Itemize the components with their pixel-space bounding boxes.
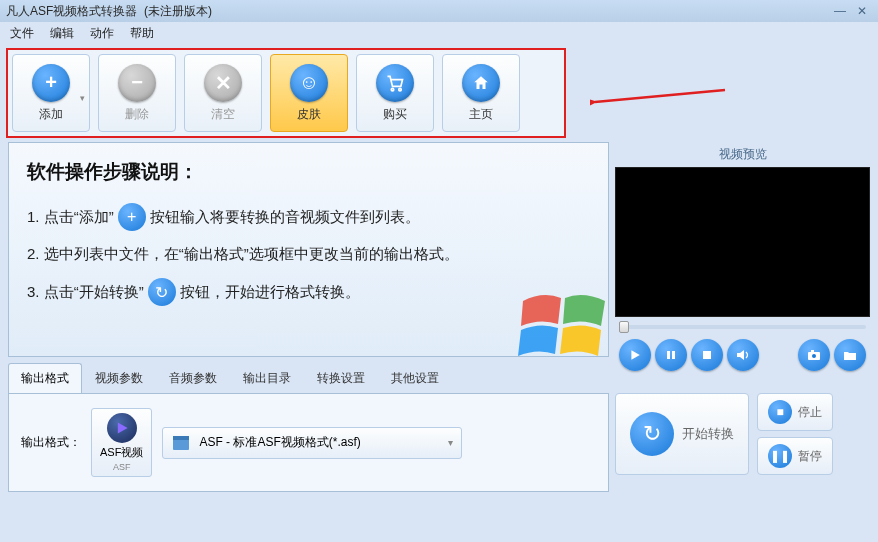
tab-convert-settings[interactable]: 转换设置 — [304, 363, 378, 393]
pause-button[interactable] — [655, 339, 687, 371]
plus-icon: + — [118, 203, 146, 231]
svg-rect-10 — [703, 351, 711, 359]
delete-button[interactable]: − 删除 — [98, 54, 176, 132]
video-preview — [615, 167, 870, 317]
menu-help[interactable]: 帮助 — [130, 25, 154, 42]
add-button[interactable]: + 添加 — [12, 54, 90, 132]
tab-video-params[interactable]: 视频参数 — [82, 363, 156, 393]
stop-button[interactable] — [691, 339, 723, 371]
chevron-down-icon: ▾ — [448, 437, 453, 448]
stop-icon: ■ — [768, 400, 792, 424]
cart-icon — [376, 64, 414, 102]
volume-button[interactable] — [727, 339, 759, 371]
guide-step-3: 3. 点击“开始转换” ↻ 按钮，开始进行格式转换。 — [27, 278, 590, 306]
svg-rect-6 — [173, 436, 189, 440]
folder-button[interactable] — [834, 339, 866, 371]
plus-icon: + — [32, 64, 70, 102]
svg-rect-8 — [667, 351, 670, 359]
toolbar: + 添加 − 删除 ✕ 清空 ☺ 皮肤 购买 主页 — [6, 48, 566, 138]
format-preset-button[interactable]: ASF视频 ASF — [91, 408, 152, 477]
play-icon — [107, 413, 137, 443]
refresh-icon: ↻ — [630, 412, 674, 456]
tabs: 输出格式 视频参数 音频参数 输出目录 转换设置 其他设置 — [8, 363, 609, 394]
minus-icon: − — [118, 64, 156, 102]
stop-convert-button[interactable]: ■ 停止 — [757, 393, 833, 431]
window-title: 凡人ASF视频格式转换器 (未注册版本) — [6, 3, 830, 20]
refresh-icon: ↻ — [148, 278, 176, 306]
pause-convert-button[interactable]: ❚❚ 暂停 — [757, 437, 833, 475]
minimize-button[interactable]: — — [830, 4, 850, 18]
tab-audio-params[interactable]: 音频参数 — [156, 363, 230, 393]
guide-step-2: 2. 选中列表中文件，在“输出格式”选项框中更改当前的输出格式。 — [27, 245, 590, 264]
output-format-panel: 输出格式： ASF视频 ASF ASF - 标准ASF视频格式(*.asf) ▾ — [8, 394, 609, 492]
tab-output-format[interactable]: 输出格式 — [8, 363, 82, 393]
preview-title: 视频预览 — [615, 142, 870, 167]
home-button[interactable]: 主页 — [442, 54, 520, 132]
smile-icon: ☺ — [290, 64, 328, 102]
svg-marker-4 — [118, 422, 128, 433]
svg-point-1 — [399, 88, 402, 91]
tab-other-settings[interactable]: 其他设置 — [378, 363, 452, 393]
home-icon — [462, 64, 500, 102]
menu-edit[interactable]: 编辑 — [50, 25, 74, 42]
media-controls — [615, 337, 870, 373]
format-select[interactable]: ASF - 标准ASF视频格式(*.asf) ▾ — [162, 427, 462, 459]
windows-logo — [508, 276, 609, 357]
svg-marker-7 — [631, 350, 639, 360]
svg-point-12 — [812, 354, 816, 358]
svg-point-0 — [391, 88, 394, 91]
menu-action[interactable]: 动作 — [90, 25, 114, 42]
buy-button[interactable]: 购买 — [356, 54, 434, 132]
svg-rect-9 — [672, 351, 675, 359]
snapshot-button[interactable] — [798, 339, 830, 371]
format-label: 输出格式： — [21, 434, 81, 451]
menu-file[interactable]: 文件 — [10, 25, 34, 42]
box-icon — [171, 434, 191, 452]
play-button[interactable] — [619, 339, 651, 371]
svg-line-3 — [595, 90, 725, 102]
seek-slider[interactable] — [615, 317, 870, 337]
menubar: 文件 编辑 动作 帮助 — [0, 22, 878, 44]
guide-step-1: 1. 点击“添加” + 按钮输入将要转换的音视频文件到列表。 — [27, 203, 590, 231]
annotation-arrow — [590, 80, 730, 110]
start-convert-button[interactable]: ↻ 开始转换 — [615, 393, 749, 475]
tab-output-dir[interactable]: 输出目录 — [230, 363, 304, 393]
pause-icon: ❚❚ — [768, 444, 792, 468]
clear-button[interactable]: ✕ 清空 — [184, 54, 262, 132]
guide-panel: 软件操作步骤说明： 1. 点击“添加” + 按钮输入将要转换的音视频文件到列表。… — [8, 142, 609, 357]
x-icon: ✕ — [204, 64, 242, 102]
titlebar: 凡人ASF视频格式转换器 (未注册版本) — ✕ — [0, 0, 878, 22]
guide-title: 软件操作步骤说明： — [27, 159, 590, 185]
svg-rect-13 — [811, 350, 814, 352]
close-button[interactable]: ✕ — [852, 4, 872, 18]
skin-button[interactable]: ☺ 皮肤 — [270, 54, 348, 132]
